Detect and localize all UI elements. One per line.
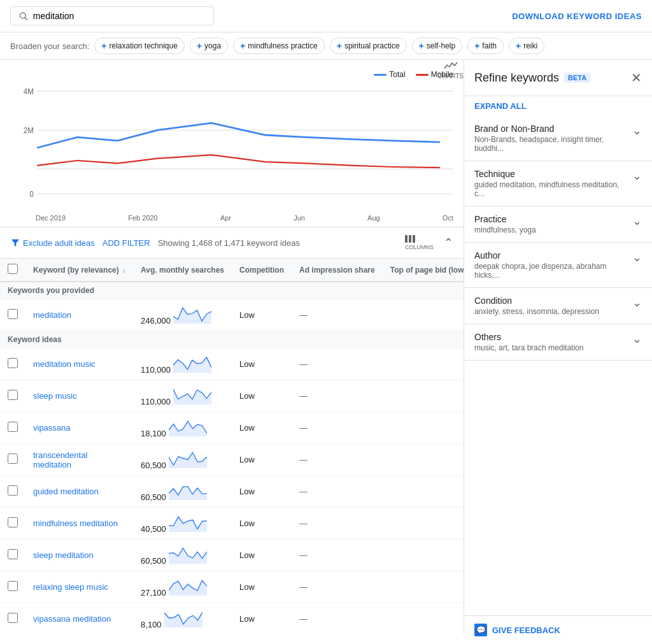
left-panel: CHARTS Total Mobile xyxy=(0,60,464,634)
row-keyword: vipassana meditation xyxy=(25,603,133,634)
row-checkbox[interactable] xyxy=(8,358,18,368)
x-label-aug: Aug xyxy=(367,214,380,222)
keyword-link[interactable]: relaxing sleep music xyxy=(33,582,108,592)
broaden-chip-selfhelp[interactable]: + self-help xyxy=(412,38,463,54)
refine-section-author[interactable]: Author deepak chopra, joe dispenza, abra… xyxy=(464,243,652,288)
row-keyword: vipassana xyxy=(25,412,133,444)
legend-total: Total xyxy=(374,70,405,79)
row-checkbox-cell[interactable] xyxy=(0,444,25,476)
refine-section-subtitle: mindfulness, yoga xyxy=(474,225,627,234)
row-checkbox[interactable] xyxy=(8,454,18,464)
keyword-link[interactable]: sleep meditation xyxy=(33,550,94,560)
download-keyword-ideas-button[interactable]: DOWNLOAD KEYWORD IDEAS xyxy=(512,11,642,21)
row-top-low: $1.00 xyxy=(383,348,464,380)
refine-section-title: Practice xyxy=(474,214,627,224)
row-checkbox-cell[interactable] xyxy=(0,508,25,540)
th-avg-monthly[interactable]: Avg. monthly searches xyxy=(133,259,232,282)
search-input-wrapper[interactable]: meditation xyxy=(10,6,214,25)
row-checkbox-cell[interactable] xyxy=(0,571,25,603)
search-input[interactable]: meditation xyxy=(33,11,206,21)
columns-button[interactable]: COLUMNS xyxy=(402,233,436,253)
th-top-low[interactable]: Top of page bid (low range) xyxy=(383,259,464,282)
showing-text: Showing 1,468 of 1,471 keyword ideas xyxy=(158,238,395,248)
row-checkbox-cell[interactable] xyxy=(0,412,25,444)
refine-section-condition[interactable]: Condition anxiety, stress, insomnia, dep… xyxy=(464,288,652,324)
refine-section-practice[interactable]: Practice mindfulness, yoga ⌄ xyxy=(464,206,652,243)
chart-area: CHARTS Total Mobile xyxy=(0,60,464,227)
broaden-chip-relaxation[interactable]: + relaxation technique xyxy=(94,38,185,54)
plus-icon: + xyxy=(197,41,202,51)
refine-section-brand-or-non-brand[interactable]: Brand or Non-Brand Non-Brands, headspace… xyxy=(464,116,652,161)
refine-section-content: Author deepak chopra, joe dispenza, abra… xyxy=(474,250,627,280)
plus-icon: + xyxy=(337,41,342,51)
svg-text:2M: 2M xyxy=(24,125,34,134)
row-checkbox[interactable] xyxy=(8,517,18,527)
plus-icon: + xyxy=(419,41,424,51)
keyword-link[interactable]: meditation xyxy=(33,310,71,320)
refine-section-title: Author xyxy=(474,250,627,261)
broaden-chip-yoga[interactable]: + yoga xyxy=(190,38,228,54)
close-button[interactable]: ✕ xyxy=(631,70,642,85)
table-row: vipassana meditation 8,100 Low — $1.61 $… xyxy=(0,603,464,634)
row-checkbox-cell[interactable] xyxy=(0,540,25,571)
keyword-link[interactable]: guided meditation xyxy=(33,487,99,496)
collapse-button[interactable]: ⌃ xyxy=(444,236,453,250)
row-checkbox[interactable] xyxy=(8,613,18,623)
row-checkbox[interactable] xyxy=(8,422,18,432)
broaden-chip-mindfulness[interactable]: + mindfulness practice xyxy=(233,38,325,54)
legend-total-line xyxy=(374,74,386,76)
x-label-feb2020: Feb 2020 xyxy=(128,214,157,222)
th-keyword[interactable]: Keyword (by relevance) ↓ xyxy=(25,259,133,282)
row-competition: Low xyxy=(232,299,292,331)
chevron-down-icon: ⌄ xyxy=(632,214,642,228)
section-ideas: Keyword ideas xyxy=(0,331,464,348)
row-top-low: $1.80 xyxy=(383,476,464,508)
keyword-link[interactable]: vipassana meditation xyxy=(33,614,111,624)
row-checkbox[interactable] xyxy=(8,549,18,559)
th-competition[interactable]: Competition xyxy=(232,259,292,282)
row-ad-impression: — xyxy=(292,299,383,331)
row-checkbox-cell[interactable] xyxy=(0,380,25,412)
row-ad-impression: — xyxy=(292,348,383,380)
row-checkbox-cell[interactable] xyxy=(0,476,25,508)
give-feedback-button[interactable]: 💬 GIVE FEEDBACK xyxy=(464,615,652,634)
keyword-link[interactable]: meditation music xyxy=(33,359,96,369)
keyword-link[interactable]: mindfulness meditation xyxy=(33,519,118,528)
row-ad-impression: — xyxy=(292,571,383,603)
keyword-link[interactable]: sleep music xyxy=(33,391,77,401)
plus-icon: + xyxy=(516,41,521,51)
th-ad-impression[interactable]: Ad impression share xyxy=(292,259,383,282)
main-layout: CHARTS Total Mobile xyxy=(0,60,652,634)
refine-section-technique[interactable]: Technique guided meditation, mindfulness… xyxy=(464,161,652,206)
refine-header: Refine keywords BETA ✕ xyxy=(464,60,652,96)
row-checkbox-cell[interactable] xyxy=(0,299,25,331)
expand-all-button[interactable]: EXPAND ALL xyxy=(464,96,652,116)
row-checkbox-cell[interactable] xyxy=(0,603,25,634)
row-checkbox[interactable] xyxy=(8,581,18,591)
exclude-adult-label: Exclude adult ideas xyxy=(23,238,95,248)
broaden-chip-spiritual[interactable]: + spiritual practice xyxy=(330,38,407,54)
select-all-checkbox[interactable] xyxy=(8,264,18,274)
refine-section-others[interactable]: Others music, art, tara brach meditation… xyxy=(464,324,652,361)
row-checkbox[interactable] xyxy=(8,309,18,319)
charts-icon-area: CHARTS xyxy=(437,60,464,80)
add-filter-button[interactable]: ADD FILTER xyxy=(103,238,150,248)
exclude-adult-button[interactable]: Exclude adult ideas xyxy=(10,238,95,248)
keyword-link[interactable]: vipassana xyxy=(33,423,71,433)
row-checkbox[interactable] xyxy=(8,485,18,496)
refine-sections: Brand or Non-Brand Non-Brands, headspace… xyxy=(464,116,652,361)
chevron-down-icon: ⌄ xyxy=(632,169,642,183)
broaden-chip-reiki[interactable]: + reiki xyxy=(509,38,544,54)
feedback-icon: 💬 xyxy=(474,624,487,634)
broaden-chip-faith[interactable]: + faith xyxy=(467,38,504,54)
row-competition: Low xyxy=(232,571,292,603)
table-row: guided meditation 60,500 Low — $1.80 $4.… xyxy=(0,476,464,508)
row-avg-monthly: 18,100 xyxy=(133,412,232,444)
legend-mobile-line xyxy=(416,74,429,76)
keyword-link[interactable]: transcendental meditation xyxy=(33,450,87,469)
th-checkbox[interactable] xyxy=(0,259,25,282)
row-checkbox-cell[interactable] xyxy=(0,348,25,380)
row-checkbox[interactable] xyxy=(8,390,18,400)
legend-total-label: Total xyxy=(389,70,405,79)
chart-container: 4M 2M 0 xyxy=(10,84,453,211)
